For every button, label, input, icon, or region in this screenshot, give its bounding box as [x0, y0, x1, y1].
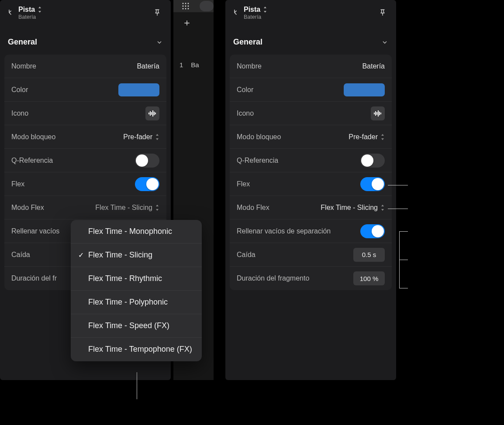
section-title: General [8, 38, 37, 47]
svg-rect-5 [155, 113, 156, 114]
svg-rect-18 [378, 110, 379, 117]
value-bloqueo: Pre-fader [123, 133, 152, 141]
row-rellenar: Rellenar vacíos de separación [230, 219, 392, 243]
header-title[interactable]: Pista [18, 6, 35, 14]
menu-item-slicing[interactable]: ✓Flex Time - Slicing [71, 243, 202, 267]
updown-icon [155, 205, 159, 211]
inspector-panel-right: Pista Batería General Nombre Batería Col… [225, 0, 396, 380]
svg-rect-16 [375, 111, 376, 116]
track-number: 1 [180, 61, 183, 69]
row-bloqueo[interactable]: Modo bloqueo Pre-fader [4, 125, 166, 149]
grid-view-icon[interactable] [180, 1, 191, 11]
svg-rect-2 [151, 112, 152, 115]
label-color: Color [237, 86, 253, 94]
label-caida: Caída [11, 251, 30, 259]
panel-header: Pista Batería [225, 0, 396, 24]
label-rellenar: Rellenar vacíos [11, 227, 59, 235]
menu-item-polyphonic[interactable]: Flex Time - Polyphonic [71, 291, 202, 314]
label-icono: Icono [11, 110, 28, 117]
callout-line [399, 231, 408, 232]
label-rellenar-full: Rellenar vacíos de separación [237, 227, 331, 235]
value-bloqueo: Pre-fader [349, 133, 378, 141]
menu-item-monophonic[interactable]: Flex Time - Monophonic [71, 220, 202, 243]
back-arrow-icon[interactable] [231, 7, 240, 18]
svg-point-14 [188, 8, 189, 10]
menu-item-speed[interactable]: Flex Time - Speed (FX) [71, 314, 202, 338]
row-icono[interactable]: Icono [230, 102, 392, 125]
track-icon-tile[interactable] [145, 106, 159, 120]
label-caida: Caída [237, 251, 255, 259]
value-nombre: Batería [137, 62, 159, 70]
toggle-flex[interactable] [360, 177, 385, 191]
label-duracion-full: Duración del fragmento [237, 274, 309, 282]
value-nombre: Batería [362, 62, 385, 70]
row-flex: Flex [230, 172, 392, 196]
label-bloqueo: Modo bloqueo [11, 133, 55, 141]
label-modoflex: Modo Flex [237, 204, 269, 212]
svg-point-7 [185, 3, 186, 4]
callout-line [388, 185, 408, 185]
label-icono: Icono [237, 110, 254, 117]
toggle-qref[interactable] [135, 154, 159, 168]
add-track-button[interactable]: ＋ [182, 16, 192, 29]
row-nombre[interactable]: Nombre Batería [4, 55, 166, 78]
svg-point-11 [188, 6, 189, 7]
value-modoflex: Flex Time - Slicing [321, 204, 378, 212]
label-bloqueo: Modo bloqueo [237, 133, 281, 141]
menu-item-rhythmic[interactable]: Flex Time - Rhythmic [71, 267, 202, 291]
section-header[interactable]: General [225, 24, 396, 55]
row-modoflex[interactable]: Modo Flex Flex Time - Slicing [230, 196, 392, 219]
row-bloqueo[interactable]: Modo bloqueo Pre-fader [230, 125, 392, 149]
updown-icon [380, 134, 385, 140]
row-modoflex[interactable]: Modo Flex Flex Time - Slicing [4, 196, 166, 219]
svg-point-10 [185, 6, 186, 7]
label-flex: Flex [11, 180, 24, 188]
back-arrow-icon[interactable] [6, 7, 15, 18]
color-swatch[interactable] [118, 83, 159, 96]
row-qref: Q-Referencia [230, 149, 392, 172]
track-label-partial: Ba [191, 61, 199, 69]
label-flex: Flex [237, 180, 250, 188]
header-subtitle: Batería [244, 14, 375, 20]
svg-rect-15 [374, 113, 375, 114]
pin-button[interactable] [375, 5, 390, 20]
header-subtitle: Batería [18, 14, 150, 20]
svg-point-9 [183, 6, 184, 7]
label-qref: Q-Referencia [11, 157, 53, 165]
label-duracion: Duración del fr [11, 274, 57, 282]
svg-point-12 [183, 8, 184, 10]
toggle-rellenar[interactable] [360, 224, 385, 238]
section-header[interactable]: General [0, 24, 171, 55]
svg-rect-0 [148, 113, 149, 114]
value-modoflex: Flex Time - Slicing [95, 204, 152, 212]
svg-rect-4 [154, 112, 155, 115]
label-nombre: Nombre [237, 62, 262, 70]
svg-rect-20 [380, 113, 381, 114]
chevron-down-icon [156, 39, 163, 46]
menu-item-tempophone[interactable]: Flex Time - Tempophone (FX) [71, 338, 202, 361]
toolbar-pill[interactable] [200, 1, 214, 11]
header-title[interactable]: Pista [244, 6, 260, 14]
callout-line [399, 260, 408, 260]
row-color[interactable]: Color [230, 78, 392, 102]
input-caida[interactable]: 0.5 s [353, 248, 385, 262]
updown-icon [155, 134, 159, 140]
flex-mode-menu: Flex Time - Monophonic ✓Flex Time - Slic… [71, 220, 202, 361]
label-color: Color [11, 86, 28, 94]
row-color[interactable]: Color [4, 78, 166, 102]
properties-card: Nombre Batería Color Icono Modo bloqueo … [230, 55, 392, 290]
svg-rect-19 [379, 112, 380, 115]
callout-line [137, 372, 137, 399]
svg-point-13 [185, 8, 186, 10]
track-icon-tile[interactable] [371, 106, 385, 120]
row-icono[interactable]: Icono [4, 102, 166, 125]
pin-button[interactable] [150, 5, 165, 20]
color-swatch[interactable] [344, 83, 385, 96]
waveform-icon [373, 110, 382, 117]
toggle-flex[interactable] [135, 177, 159, 191]
section-title: General [233, 38, 262, 47]
input-duracion[interactable]: 100 % [353, 271, 385, 285]
label-qref: Q-Referencia [237, 157, 278, 165]
toggle-qref[interactable] [360, 154, 385, 168]
row-nombre[interactable]: Nombre Batería [230, 55, 392, 78]
